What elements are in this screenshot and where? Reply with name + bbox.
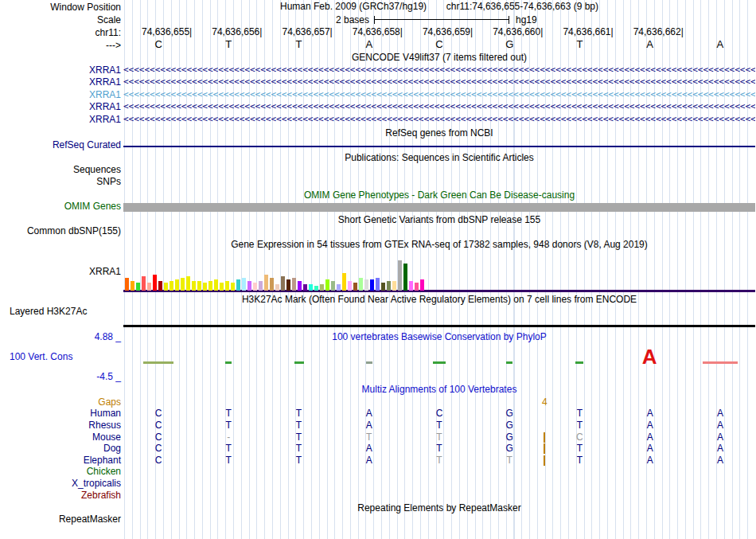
publications-sequences-label[interactable]: Sequences	[73, 165, 121, 175]
gtex-expression-bar	[281, 276, 285, 291]
phylop-score-mark	[294, 361, 304, 364]
strand-direction-label: --->	[106, 41, 121, 51]
multiz-base: C	[123, 408, 193, 419]
multiz-base: A	[615, 420, 685, 431]
gencode-transcript-row[interactable]: <<<<<<<<<<<<<<<<<<<<<<<<<<<<<<<<<<<<<<<<…	[123, 102, 755, 112]
gencode-row-label[interactable]: XRRA1	[89, 115, 121, 125]
gtex-gene-label[interactable]: XRRA1	[89, 267, 121, 277]
gtex-expression-bar	[353, 283, 357, 291]
gtex-expression-bar	[220, 283, 224, 291]
gtex-expression-bar	[270, 278, 274, 291]
gtex-expression-bar	[208, 281, 212, 291]
gencode-row-label[interactable]: XRRA1	[89, 90, 121, 100]
ruler-position-label: 74,636,656|	[212, 27, 262, 37]
multiz-base: T	[544, 420, 614, 431]
phylop-score-mark	[506, 361, 512, 364]
multiz-species-label-chicken[interactable]: Chicken	[87, 467, 121, 477]
gencode-transcript-row[interactable]: <<<<<<<<<<<<<<<<<<<<<<<<<<<<<<<<<<<<<<<<…	[123, 77, 755, 88]
gencode-row-label[interactable]: XRRA1	[89, 77, 121, 88]
scale-value: 2 bases	[336, 15, 369, 25]
gtex-expression-bar	[136, 283, 140, 291]
multiz-base: A	[334, 455, 404, 466]
gtex-expression-bar	[292, 278, 296, 291]
gtex-expression-bar	[337, 284, 341, 291]
refseq-curated-line[interactable]	[123, 146, 755, 147]
gtex-expression-bar	[298, 281, 302, 291]
multiz-base: A	[685, 455, 755, 466]
gtex-expression-bar	[403, 264, 407, 291]
multiz-base: T	[263, 443, 333, 454]
gtex-expression-bar	[125, 278, 129, 291]
window-position-title: Human Feb. 2009 (GRCh37/hg19) chr11:74,6…	[123, 2, 755, 12]
multiz-base: T	[193, 408, 263, 419]
gencode-row-label[interactable]: XRRA1	[89, 65, 121, 76]
gtex-expression-bar	[370, 279, 374, 291]
multiz-base: C	[123, 443, 193, 454]
ruler-base: C	[123, 39, 193, 49]
gtex-expression-bar	[259, 281, 263, 291]
omim-track-title: OMIM Gene Phenotypes - Dark Green Can Be…	[123, 190, 755, 201]
scale-bar	[374, 16, 509, 24]
gtex-expression-bar	[197, 281, 201, 291]
gencode-transcript-row[interactable]: <<<<<<<<<<<<<<<<<<<<<<<<<<<<<<<<<<<<<<<<…	[123, 115, 755, 125]
multiz-base: A	[334, 443, 404, 454]
h3k27ac-track-title: H3K27Ac Mark (Often Found Near Active Re…	[123, 295, 755, 305]
multiz-base: A	[685, 432, 755, 443]
multiz-base: G	[474, 408, 544, 419]
gtex-expression-bar	[214, 279, 218, 291]
chrom-label: chr11:	[95, 28, 121, 38]
scale-genome: hg19	[516, 15, 537, 25]
gtex-expression-bar	[325, 279, 329, 291]
assembly-title: Human Feb. 2009 (GRCh37/hg19)	[280, 1, 427, 12]
phylop-track-label[interactable]: 100 Vert. Cons	[10, 352, 72, 362]
phylop-score-mark	[143, 361, 173, 364]
gencode-row-label[interactable]: XRRA1	[89, 102, 121, 112]
gtex-baseline	[123, 290, 755, 292]
gtex-expression-bar	[409, 281, 413, 291]
gtex-expression-bar	[286, 279, 290, 291]
gtex-expression-bar	[415, 283, 419, 291]
gtex-expression-bar	[231, 283, 235, 291]
multiz-species-label-rhesus[interactable]: Rhesus	[88, 420, 121, 431]
multiz-base: T	[544, 455, 614, 466]
common-dbsnp-label[interactable]: Common dbSNP(155)	[27, 226, 121, 236]
gtex-expression-bar	[203, 283, 207, 291]
gencode-transcript-row[interactable]: <<<<<<<<<<<<<<<<<<<<<<<<<<<<<<<<<<<<<<<<…	[123, 90, 755, 100]
phylop-score-mark	[366, 361, 372, 364]
multiz-species-label-elephant[interactable]: Elephant	[84, 455, 121, 466]
multiz-track-title: Multiz Alignments of 100 Vertebrates	[123, 385, 755, 395]
ruler-base: T	[263, 39, 333, 49]
multiz-species-label-mouse[interactable]: Mouse	[92, 432, 121, 443]
multiz-base: A	[615, 408, 685, 419]
scale-label: Scale	[97, 15, 121, 25]
publications-snps-label[interactable]: SNPs	[96, 177, 121, 187]
multiz-base: A	[685, 408, 755, 419]
ruler-base: A	[615, 39, 685, 49]
multiz-base: C	[123, 455, 193, 466]
gtex-expression-bar	[131, 281, 134, 291]
multiz-base: A	[685, 420, 755, 431]
multiz-base: T	[193, 455, 263, 466]
layered-h3k27ac-label[interactable]: Layered H3K27Ac	[10, 307, 87, 317]
multiz-species-label-x_tropicalis[interactable]: X_tropicalis	[72, 478, 121, 489]
gtex-track-title: Gene Expression in 54 tissues from GTEx …	[123, 240, 755, 250]
multiz-base: T	[263, 420, 333, 431]
multiz-gaps-label[interactable]: Gaps	[98, 397, 121, 408]
gtex-expression-bar	[175, 279, 179, 291]
gencode-transcript-row[interactable]: <<<<<<<<<<<<<<<<<<<<<<<<<<<<<<<<<<<<<<<<…	[123, 65, 755, 76]
gtex-expression-bar	[158, 281, 162, 291]
multiz-base: T	[474, 455, 544, 466]
multiz-base: C	[123, 420, 193, 431]
omim-genes-label[interactable]: OMIM Genes	[64, 201, 121, 212]
multiz-species-label-human[interactable]: Human	[90, 408, 121, 419]
multiz-base: G	[474, 420, 544, 431]
multiz-base: T	[263, 408, 333, 419]
repeatmasker-label[interactable]: RepeatMasker	[59, 514, 121, 525]
omim-gene-bar[interactable]	[123, 203, 755, 212]
refseq-curated-label[interactable]: RefSeq Curated	[53, 140, 121, 150]
multiz-species-label-dog[interactable]: Dog	[103, 443, 121, 454]
multiz-base: A	[615, 432, 685, 443]
multiz-insert-marker	[544, 432, 545, 443]
gtex-expression-bar	[236, 279, 240, 291]
multiz-species-label-zebrafish[interactable]: Zebrafish	[81, 490, 121, 501]
